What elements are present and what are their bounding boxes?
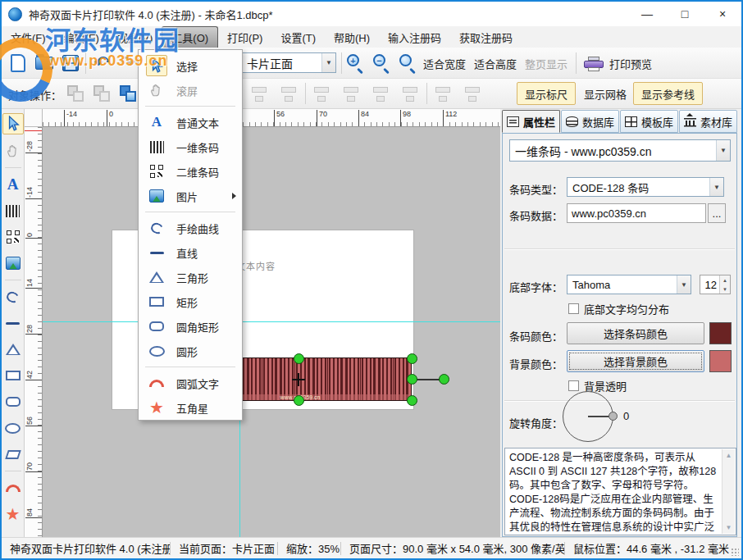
tool-barcode-1d[interactable]	[2, 201, 24, 221]
menu-get-regcode[interactable]: 获取注册码	[450, 26, 522, 48]
bottom-font-dropdown[interactable]: Tahoma ▼	[567, 275, 691, 294]
tool-freehand[interactable]	[2, 287, 24, 307]
menu-enter-regcode[interactable]: 输入注册码	[379, 26, 450, 48]
choose-bg-color-button[interactable]: 选择背景颜色	[567, 350, 704, 372]
page-selector-dropdown[interactable]: 卡片正面 ▼	[241, 52, 336, 73]
menu-item-select[interactable]: 选择	[139, 53, 242, 78]
show-guides-toggle[interactable]: 显示参考线	[633, 82, 703, 105]
show-ruler-toggle[interactable]: 显示标尺	[517, 82, 576, 105]
design-canvas[interactable]: 文本内容 www.pc0359.cn	[43, 127, 500, 537]
resize-handle-top-right[interactable]	[407, 353, 417, 364]
save-button[interactable]	[59, 52, 82, 75]
font-size-spinner[interactable]: 12 ▲▼	[700, 275, 731, 294]
barcode-1d-icon	[6, 205, 20, 217]
close-button[interactable]: ×	[704, 2, 741, 26]
menu-item-line[interactable]: 直线	[139, 240, 242, 265]
dial-knob[interactable]	[609, 412, 618, 421]
barcode-type-dropdown[interactable]: CODE-128 条码 ▼	[567, 177, 724, 197]
tab-templates[interactable]: 模板库	[620, 110, 678, 133]
spin-down-icon[interactable]: ▼	[720, 285, 730, 294]
spinner-arrows[interactable]: ▲▼	[719, 275, 730, 294]
maximize-button[interactable]: □	[666, 2, 704, 26]
menu-item-barcode-1d[interactable]: 一维条码	[139, 134, 242, 159]
checkbox-box[interactable]	[568, 303, 579, 314]
menu-item-text[interactable]: A 普通文本	[139, 110, 242, 134]
minimize-button[interactable]: —	[628, 2, 666, 26]
checkbox-box[interactable]	[568, 380, 579, 391]
object-selector-dropdown[interactable]: 一维条码 - www.pc0359.cn ▼	[509, 139, 731, 162]
even-distribution-checkbox[interactable]: 底部文字均匀分布	[568, 301, 669, 316]
scroll-up-icon[interactable]: ▲	[722, 452, 735, 459]
tool-image[interactable]	[2, 253, 24, 273]
menu-item-star[interactable]: ★ 五角星	[139, 395, 242, 420]
align-top-icon	[312, 85, 331, 103]
tool-rounded-rectangle[interactable]	[2, 392, 24, 412]
resize-handle-right[interactable]	[407, 374, 417, 385]
zoom-in-button[interactable]: +	[344, 52, 367, 75]
choose-bar-color-button[interactable]: 选择条码颜色	[567, 322, 704, 344]
browse-data-button[interactable]: ...	[708, 203, 726, 223]
rotation-handle[interactable]	[439, 374, 449, 385]
ellipse-icon	[149, 346, 165, 357]
menu-item-barcode-2d[interactable]: 二维条码	[139, 159, 242, 184]
open-file-button[interactable]	[33, 52, 56, 75]
menu-item-pan: 滚屏	[139, 78, 242, 102]
tab-database[interactable]: 数据库	[561, 110, 619, 133]
order-objects-button[interactable]	[116, 82, 139, 105]
scrollbar[interactable]: ▲ ▼	[722, 449, 735, 534]
text-tool-icon: A	[152, 114, 162, 130]
fit-width-button[interactable]: 适合宽度	[423, 56, 466, 71]
tool-parallelogram[interactable]	[2, 444, 24, 464]
menu-tools[interactable]: 工具(O)	[162, 26, 218, 48]
scroll-down-icon[interactable]: ▼	[722, 524, 735, 531]
toolbar-object: 对象操作： 显示标尺 显示网格 显示参考线	[2, 79, 741, 109]
tool-barcode-2d[interactable]	[2, 227, 24, 247]
menu-item-rectangle[interactable]: 矩形	[139, 289, 242, 314]
tab-properties[interactable]: 属性栏	[502, 110, 560, 133]
tool-line[interactable]	[2, 313, 24, 333]
tab-materials[interactable]: 素材库	[679, 110, 737, 133]
show-grid-toggle[interactable]: 显示网格	[576, 82, 635, 105]
menu-edit[interactable]: 编辑(E)	[55, 26, 108, 48]
parallelogram-icon	[5, 450, 21, 459]
resize-handle-bottom[interactable]	[294, 395, 304, 406]
menu-item-arc-text[interactable]: 圆弧文字	[139, 371, 242, 395]
resize-handle-bottom-right[interactable]	[407, 395, 417, 406]
tool-text[interactable]: A	[2, 175, 24, 194]
arc-text-icon	[6, 485, 21, 492]
zoom-reset-button[interactable]	[397, 52, 420, 75]
menu-item-freehand[interactable]: 手绘曲线	[139, 216, 242, 240]
tool-pan[interactable]	[2, 141, 24, 161]
menu-item-image[interactable]: 图片	[139, 184, 242, 208]
menu-item-label: 二维条码	[176, 164, 219, 180]
tool-star[interactable]: ★	[2, 504, 24, 524]
bg-transparent-checkbox[interactable]: 背景透明	[568, 378, 627, 394]
menu-item-rounded-rectangle[interactable]: 圆角矩形	[139, 314, 242, 339]
new-file-button[interactable]	[7, 52, 30, 75]
menu-item-triangle[interactable]: 三角形	[139, 265, 242, 289]
zoom-out-button[interactable]: −	[371, 52, 394, 75]
redo-button[interactable]: ↷	[116, 52, 139, 75]
resize-handle-top[interactable]	[294, 353, 304, 364]
fit-height-button[interactable]: 适合高度	[474, 56, 517, 71]
barcode-data-input[interactable]: www.pc0359.cn	[567, 203, 706, 223]
menu-view[interactable]: 视图(V)	[108, 26, 162, 48]
tool-ellipse[interactable]	[2, 418, 24, 438]
horizontal-guide-line[interactable]	[43, 321, 500, 322]
order-objects-icon	[118, 84, 138, 103]
tab-label: 数据库	[582, 114, 614, 130]
tool-triangle[interactable]	[2, 339, 24, 359]
divider	[5, 280, 21, 280]
print-preview-button[interactable]: 打印预览	[584, 56, 652, 71]
resize-grip[interactable]	[731, 548, 739, 556]
tool-rectangle[interactable]	[2, 366, 24, 385]
undo-button[interactable]: ↶	[90, 52, 113, 75]
spin-up-icon[interactable]: ▲	[720, 275, 730, 285]
menu-file[interactable]: 文件(F)	[2, 26, 55, 48]
tool-select[interactable]	[2, 113, 24, 134]
menu-print[interactable]: 打印(P)	[218, 26, 271, 48]
menu-help[interactable]: 帮助(H)	[325, 26, 379, 48]
tool-arc-text[interactable]	[2, 478, 24, 498]
menu-settings[interactable]: 设置(T)	[271, 26, 325, 48]
menu-item-ellipse[interactable]: 圆形	[139, 339, 242, 363]
